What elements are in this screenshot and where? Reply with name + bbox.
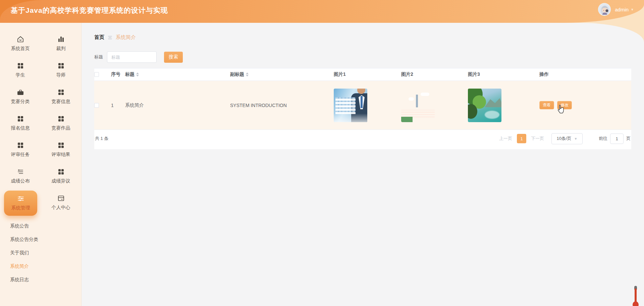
goto-label: 前往 bbox=[599, 136, 607, 142]
sidebar: 系统首页 裁判 学生 导师 竞赛分类 竞赛信息 bbox=[0, 23, 82, 306]
search-input[interactable] bbox=[107, 51, 157, 63]
column-header-image1: 图片1 bbox=[334, 71, 401, 78]
row-image-1[interactable] bbox=[334, 89, 367, 122]
sort-carets-icon[interactable] bbox=[136, 72, 139, 76]
app-window: 基于Java的高校学科竞赛管理系统的设计与实现 admin ▼ bbox=[0, 0, 644, 306]
grid-icon bbox=[16, 141, 24, 149]
column-header-title[interactable]: 标题 bbox=[125, 71, 230, 78]
sidebar-item-competition-info[interactable]: 竞赛信息 bbox=[41, 83, 81, 110]
sidebar-item-system-management[interactable]: 系统管理 bbox=[4, 191, 37, 216]
sidebar-item-label: 竞赛分类 bbox=[11, 99, 30, 105]
breadcrumb-home[interactable]: 首页 bbox=[94, 34, 104, 41]
sidebar-item-label: 导师 bbox=[56, 72, 66, 78]
page-number-button[interactable]: 1 bbox=[517, 134, 526, 143]
main-content: 首页 系统简介 标题 搜索 序号 标题 副标题 bbox=[82, 23, 644, 306]
sidebar-item-review-results[interactable]: 评审结果 bbox=[41, 136, 81, 163]
header-bar: 基于Java的高校学科竞赛管理系统的设计与实现 admin ▼ bbox=[0, 0, 644, 23]
sidebar-item-competition-category[interactable]: 竞赛分类 bbox=[0, 83, 41, 110]
briefcase-icon bbox=[16, 88, 24, 96]
row-index: 1 bbox=[108, 103, 125, 108]
username-label: admin bbox=[615, 7, 629, 12]
sidebar-item-label: 学生 bbox=[16, 72, 25, 78]
submenu-item-about-us[interactable]: 关于我们 bbox=[0, 246, 81, 259]
sidebar-item-student[interactable]: 学生 bbox=[0, 57, 41, 83]
table-header-row: 序号 标题 副标题 图片1 图片2 图片3 操作 bbox=[94, 68, 631, 81]
grid-icon bbox=[57, 168, 65, 176]
goto-page-group: 前往 页 bbox=[599, 134, 631, 144]
sidebar-item-score-publish[interactable]: 成绩公布 bbox=[0, 163, 41, 189]
sidebar-item-home[interactable]: 系统首页 bbox=[0, 30, 41, 57]
select-all-checkbox[interactable] bbox=[94, 72, 99, 77]
sidebar-item-label: 评审结果 bbox=[52, 152, 70, 158]
grid-icon bbox=[57, 88, 65, 96]
column-header-actions: 操作 bbox=[539, 71, 631, 78]
row-subtitle: SYSTEM INTRODUCTION bbox=[230, 103, 334, 108]
sidebar-item-label: 成绩异议 bbox=[52, 178, 70, 184]
goto-suffix-label: 页 bbox=[626, 136, 631, 142]
breadcrumb-current: 系统简介 bbox=[116, 34, 136, 41]
list-lines-icon bbox=[16, 168, 24, 176]
prev-page-button[interactable]: 上一页 bbox=[499, 136, 512, 142]
sort-carets-icon[interactable] bbox=[246, 72, 249, 76]
sidebar-item-label: 评审任务 bbox=[11, 152, 30, 158]
edit-button[interactable]: 修改 bbox=[557, 101, 572, 109]
column-header-image2: 图片2 bbox=[401, 71, 468, 78]
sidebar-item-registration-info[interactable]: 报名信息 bbox=[0, 110, 41, 136]
home-icon bbox=[16, 35, 24, 43]
system-management-submenu: 系统公告 系统公告分类 关于我们 系统简介 系统日志 bbox=[0, 219, 81, 286]
grid-icon bbox=[16, 62, 24, 70]
grid-icon bbox=[16, 115, 24, 123]
grid-icon bbox=[57, 115, 65, 123]
sidebar-item-score-dispute[interactable]: 成绩异议 bbox=[41, 163, 81, 189]
thermometer-scroll-indicator[interactable] bbox=[632, 286, 639, 306]
sidebar-item-tutor[interactable]: 导师 bbox=[41, 57, 81, 83]
row-image-3[interactable] bbox=[468, 89, 501, 122]
data-table: 序号 标题 副标题 图片1 图片2 图片3 操作 1 bbox=[94, 68, 631, 130]
sidebar-item-competition-works[interactable]: 竞赛作品 bbox=[41, 110, 81, 136]
column-header-index: 序号 bbox=[108, 71, 125, 78]
next-page-button[interactable]: 下一页 bbox=[531, 136, 544, 142]
card-icon bbox=[57, 194, 65, 202]
grid-icon bbox=[57, 62, 65, 70]
search-button[interactable]: 搜索 bbox=[164, 52, 183, 63]
avatar[interactable] bbox=[598, 3, 611, 16]
sidebar-item-label: 系统管理 bbox=[11, 205, 30, 211]
sidebar-item-label: 报名信息 bbox=[11, 125, 30, 131]
sidebar-item-label: 裁判 bbox=[56, 46, 66, 52]
submenu-item-system-introduction[interactable]: 系统简介 bbox=[0, 259, 81, 273]
search-bar: 标题 搜索 bbox=[94, 51, 631, 63]
chevron-down-icon: ▼ bbox=[631, 8, 634, 11]
bar-chart-icon bbox=[57, 35, 65, 43]
sidebar-item-label: 成绩公布 bbox=[11, 178, 30, 184]
pagination: 共 1 条 上一页 1 下一页 10条/页 ▼ 前往 页 bbox=[94, 130, 631, 149]
top-header: 基于Java的高校学科竞赛管理系统的设计与实现 admin ▼ bbox=[0, 0, 644, 23]
sidebar-item-label: 个人中心 bbox=[52, 205, 70, 211]
breadcrumb-separator-icon bbox=[108, 36, 112, 40]
sidebar-item-label: 系统首页 bbox=[11, 46, 30, 52]
sidebar-nav-grid: 系统首页 裁判 学生 导师 竞赛分类 竞赛信息 bbox=[0, 23, 81, 217]
submenu-item-system-log[interactable]: 系统日志 bbox=[0, 273, 81, 286]
sidebar-item-label: 竞赛信息 bbox=[52, 99, 70, 105]
goto-page-input[interactable] bbox=[610, 134, 624, 144]
breadcrumb: 首页 系统简介 bbox=[94, 34, 631, 41]
view-button[interactable]: 查看 bbox=[539, 101, 554, 109]
user-menu[interactable]: admin ▼ bbox=[598, 3, 634, 16]
table-panel: 序号 标题 副标题 图片1 图片2 图片3 操作 1 bbox=[94, 68, 631, 149]
column-header-image3: 图片3 bbox=[468, 71, 539, 78]
chevron-down-icon: ▼ bbox=[574, 137, 578, 141]
row-checkbox[interactable] bbox=[94, 103, 99, 108]
column-header-subtitle[interactable]: 副标题 bbox=[230, 71, 334, 78]
row-image-2[interactable] bbox=[401, 89, 435, 122]
sidebar-item-referee[interactable]: 裁判 bbox=[41, 30, 81, 57]
app-title: 基于Java的高校学科竞赛管理系统的设计与实现 bbox=[11, 6, 168, 15]
page-size-select[interactable]: 10条/页 ▼ bbox=[551, 133, 583, 144]
submenu-item-system-announcement[interactable]: 系统公告 bbox=[0, 219, 81, 233]
grid-icon bbox=[57, 141, 65, 149]
row-title: 系统简介 bbox=[125, 102, 230, 108]
sidebar-item-label: 竞赛作品 bbox=[52, 125, 70, 131]
sliders-icon bbox=[17, 195, 25, 203]
sidebar-item-review-tasks[interactable]: 评审任务 bbox=[0, 136, 41, 163]
total-count-label: 共 1 条 bbox=[95, 136, 108, 142]
submenu-item-announcement-category[interactable]: 系统公告分类 bbox=[0, 233, 81, 246]
sidebar-item-personal-center[interactable]: 个人中心 bbox=[41, 189, 81, 216]
